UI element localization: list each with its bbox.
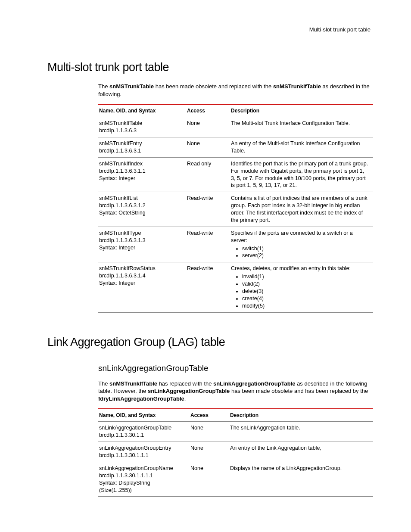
oid-syntax: Syntax: Integer [99,175,182,182]
table-row: snLinkAggregationGroupEntry brcdIp.1.1.3… [98,442,373,462]
oid-name: snMSTrunkIfEntry [99,140,182,147]
subheading-snlink: snLinkAggregationGroupTable [98,363,372,374]
description-value: The snLinkAggregation table. [229,422,373,442]
description-value: Identifies the port that is the primary … [230,157,373,192]
list-item: server(2) [242,252,369,259]
oid-name: snMSTrunkIfType [99,230,182,237]
access-value: None [190,462,229,497]
lag-subsection: snLinkAggregationGroupTable The snMSTrun… [98,363,372,402]
lag-table: Name, OID, and Syntax Access Description… [98,408,373,497]
text: . [184,395,186,402]
oid-syntax: Syntax: Integer [99,280,182,287]
heading-multi-slot-trunk: Multi-slot trunk port table [47,59,372,75]
oid-value: brcdIp.1.1.3.30.1.1.1.1 [99,472,185,479]
description-list: invalid(1) valid(2) delete(3) create(4) … [231,273,369,309]
oid-name: snLinkAggregationGroupName [99,465,185,472]
description-lead: Creates, deletes, or modifies an entry i… [231,265,351,271]
intro-text: The [98,83,109,90]
list-item: invalid(1) [242,273,369,280]
bold: fdryLinkAggregationGroupTable [98,395,184,402]
access-value: Read only [186,157,230,192]
oid-name: snMSTrunkIfIndex [99,160,182,168]
description-value: Displays the name of a LinkAggregationGr… [229,462,373,497]
bold: snLinkAggregationGroupTable [213,380,295,387]
text: The [98,380,109,387]
description-value: An entry of the Multi-slot Trunk Interfa… [230,137,373,158]
table-row: snMSTrunkIfRowStatus brcdIp.1.1.3.6.3.1.… [98,262,373,312]
access-value: Read-write [186,192,230,227]
oid-value: brcdIp.1.1.3.6.3.1.1 [99,168,182,175]
description-value: An entry of the Link Aggregation table, [229,442,373,462]
intro-paragraph-2: The snMSTrunkIfTable has replaced with t… [98,380,372,403]
oid-name: snMSTrunkIfRowStatus [99,265,182,272]
oid-size: (Size(1..255)) [99,487,185,494]
col-description: Description [230,104,373,117]
col-name-oid-syntax: Name, OID, and Syntax [98,409,190,422]
list-item: create(4) [242,295,369,302]
text: has replaced with the [157,380,213,387]
access-value: Read-write [186,262,230,312]
description-value: The Multi-slot Trunk Interface Configura… [230,117,373,137]
intro-text: has been made obsolete and replaced with… [154,83,273,90]
table-row: snLinkAggregationGroupName brcdIp.1.1.3.… [98,462,373,497]
oid-value: brcdIp.1.1.3.6.3.1.2 [99,202,182,209]
text: has been made obsolete and has been repl… [230,388,368,394]
col-description: Description [229,409,373,422]
section-multi-slot-trunk: Multi-slot trunk port table The snMSTrun… [47,59,372,313]
intro-paragraph-1: The snMSTrunkTable has been made obsolet… [98,83,372,98]
oid-name: snLinkAggregationGroupEntry [99,445,185,452]
oid-syntax: Syntax: DisplayString [99,479,185,487]
table-row: snMSTrunkIfTable brcdIp.1.1.3.6.3 None T… [98,117,373,137]
oid-value: brcdIp.1.1.3.6.3 [99,127,182,134]
col-access: Access [190,409,229,422]
list-item: switch(1) [242,245,369,252]
breadcrumb: Multi-slot trunk port table [47,26,372,34]
description-value: Contains a list of port indices that are… [230,192,373,227]
access-value: None [186,137,230,158]
access-value: None [190,442,229,462]
table-row: snMSTrunkIfEntry brcdIp.1.1.3.6.3.1 None… [98,137,373,158]
intro-bold1: snMSTrunkTable [109,83,154,90]
table-row: snMSTrunkIfList brcdIp.1.1.3.6.3.1.2 Syn… [98,192,373,227]
oid-value: brcdIp.1.1.3.6.3.1.3 [99,237,182,244]
description-lead: Specifies if the ports are connected to … [231,230,353,243]
oid-value: brcdIp.1.1.3.6.3.1.4 [99,272,182,280]
access-value: None [190,422,229,442]
heading-lag-table: Link Aggregation Group (LAG) table [47,334,372,350]
oid-value: brcdIp.1.1.3.30.1.1.1 [99,452,185,459]
access-value: Read-write [186,227,230,262]
table-row: snLinkAggregationGroupTable brcdIp.1.1.3… [98,422,373,442]
col-name-oid-syntax: Name, OID, and Syntax [98,104,186,117]
bold: snMSTrunkIfTable [109,380,157,387]
oid-name: snMSTrunkIfTable [99,120,182,127]
list-item: valid(2) [242,280,369,288]
section-lag-table: Link Aggregation Group (LAG) table snLin… [47,334,372,497]
oid-name: snMSTrunkIfList [99,195,182,202]
table-row: snMSTrunkIfIndex brcdIp.1.1.3.6.3.1.1 Sy… [98,157,373,192]
col-access: Access [186,104,230,117]
description-list: switch(1) server(2) [231,245,369,260]
list-item: modify(5) [242,302,369,310]
mstrunk-table: Name, OID, and Syntax Access Description… [98,104,373,312]
oid-syntax: Syntax: Integer [99,244,182,252]
intro-bold2: snMSTrunkIfTable [273,83,321,90]
access-value: None [186,117,230,137]
table-row: snMSTrunkIfType brcdIp.1.1.3.6.3.1.3 Syn… [98,227,373,262]
bold: snLinkAggregationGroupTable [148,388,230,394]
list-item: delete(3) [242,288,369,295]
oid-value: brcdIp.1.1.3.6.3.1 [99,147,182,155]
oid-value: brcdIp.1.1.3.30.1.1 [99,432,185,439]
oid-syntax: Syntax: OctetString [99,209,182,217]
oid-name: snLinkAggregationGroupTable [99,424,185,432]
